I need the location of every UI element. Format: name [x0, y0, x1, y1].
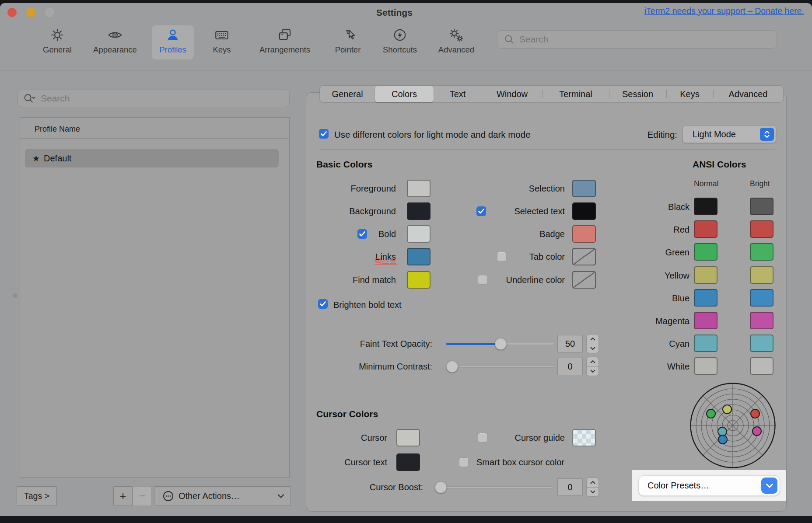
min-contrast-knob[interactable] [446, 361, 458, 373]
cursor-boost-stepper[interactable] [586, 478, 599, 497]
selection-swatch[interactable] [572, 180, 596, 197]
tab-keys[interactable]: Keys [666, 86, 713, 102]
profile-search[interactable] [18, 90, 290, 107]
toolbar-search-input[interactable] [518, 34, 743, 45]
close-button[interactable] [7, 8, 17, 17]
add-profile-button[interactable]: + [113, 486, 133, 506]
find-match-swatch[interactable] [407, 271, 430, 289]
ansi-white-normal-swatch[interactable] [694, 357, 718, 375]
tab-session[interactable]: Session [609, 86, 666, 102]
stepper-down-icon[interactable] [587, 367, 598, 376]
ansi-green-bright-swatch[interactable] [750, 243, 774, 261]
cursor-guide-swatch[interactable] [572, 429, 596, 446]
ansi-blue-bright-swatch[interactable] [750, 289, 774, 307]
selected-text-checkbox[interactable] [476, 206, 486, 216]
ansi-black-bright-swatch[interactable] [750, 198, 774, 215]
faint-opacity-value[interactable]: 50 [557, 335, 583, 352]
ansi-red-normal-swatch[interactable] [694, 220, 718, 238]
light-dark-mode-checkbox[interactable] [319, 129, 329, 139]
selected-text-swatch[interactable] [572, 202, 596, 220]
search-scope-icon [23, 92, 36, 105]
underline-color-checkbox[interactable] [478, 275, 487, 285]
tab-colors[interactable]: Colors [375, 86, 434, 102]
chevron-down-icon[interactable] [761, 478, 777, 494]
ansi-white-bright-swatch[interactable] [750, 357, 774, 375]
toolbar-item-keys[interactable]: Keys [206, 25, 238, 59]
wheel-dot-yellow[interactable] [722, 404, 732, 414]
zoom-button[interactable] [45, 8, 54, 17]
underline-color-swatch[interactable] [572, 271, 596, 289]
tab-window[interactable]: Window [482, 86, 542, 102]
stepper-up-icon[interactable] [587, 357, 598, 367]
ansi-cyan-normal-swatch[interactable] [694, 335, 718, 352]
cursor-swatch[interactable] [396, 429, 420, 446]
selection-label: Selection [438, 184, 565, 193]
bold-swatch[interactable] [407, 225, 430, 243]
ansi-black-normal-swatch[interactable] [694, 198, 718, 215]
tab-general[interactable]: General [320, 86, 375, 102]
section-divider [320, 149, 775, 150]
profile-search-input[interactable] [40, 93, 259, 104]
windows-icon [276, 25, 293, 45]
stepper-up-icon[interactable] [587, 335, 598, 344]
editing-mode-popup[interactable]: Light Mode [682, 126, 776, 143]
tab-advanced[interactable]: Advanced [713, 86, 783, 102]
ansi-cyan-bright-swatch[interactable] [750, 335, 774, 352]
toolbar-search[interactable] [497, 30, 777, 49]
badge-swatch[interactable] [572, 225, 596, 243]
profile-row-default[interactable]: ★ Default [25, 149, 279, 167]
cursor-boost-knob[interactable] [435, 481, 447, 493]
stepper-down-icon[interactable] [587, 344, 598, 353]
tab-terminal[interactable]: Terminal [542, 86, 609, 102]
other-actions-dropdown[interactable]: Other Actions… [154, 486, 291, 506]
links-swatch[interactable] [407, 248, 430, 265]
foreground-swatch[interactable] [407, 180, 430, 197]
ansi-label-green: Green [621, 248, 690, 257]
min-contrast-slider[interactable] [446, 366, 555, 368]
toolbar-item-advanced[interactable]: Advanced [433, 25, 480, 59]
ansi-green-normal-swatch[interactable] [694, 243, 718, 261]
smart-box-checkbox[interactable] [459, 457, 469, 467]
min-contrast-stepper[interactable] [586, 357, 599, 376]
wheel-dot-magenta[interactable] [752, 426, 762, 436]
tab-color-swatch[interactable] [572, 248, 596, 265]
faint-opacity-knob[interactable] [495, 338, 507, 350]
tab-text[interactable]: Text [434, 86, 482, 102]
cursor-boost-value[interactable]: 0 [557, 478, 583, 496]
wheel-dot-blue[interactable] [718, 435, 728, 444]
wheel-dot-red[interactable] [750, 409, 760, 418]
ansi-blue-normal-swatch[interactable] [694, 289, 718, 307]
toolbar-item-arrangements[interactable]: Arrangements [252, 25, 318, 59]
toolbar-label: Shortcuts [383, 45, 417, 55]
toolbar-item-general[interactable]: General [36, 25, 78, 59]
background-swatch[interactable] [407, 202, 430, 220]
toolbar-item-appearance[interactable]: Appearance [88, 25, 143, 59]
cursor-guide-checkbox[interactable] [478, 433, 487, 443]
toolbar-item-profiles[interactable]: Profiles [152, 25, 194, 59]
other-actions-label: Other Actions… [178, 491, 240, 501]
color-presets-dropdown[interactable]: Color Presets… [638, 475, 780, 496]
min-contrast-value[interactable]: 0 [557, 358, 583, 375]
color-wheel[interactable] [690, 383, 776, 468]
cursor-boost-slider[interactable] [435, 486, 554, 488]
faint-opacity-stepper[interactable] [586, 334, 599, 353]
remove-profile-button[interactable]: − [133, 486, 152, 506]
tags-button[interactable]: Tags > [17, 486, 57, 506]
donate-link[interactable]: iTerm2 needs your support – Donate here. [644, 6, 804, 16]
ansi-yellow-normal-swatch[interactable] [694, 266, 718, 284]
brighten-bold-checkbox[interactable] [318, 299, 328, 309]
stepper-down-icon[interactable] [587, 488, 598, 497]
ansi-magenta-bright-swatch[interactable] [750, 312, 774, 329]
tab-color-checkbox[interactable] [497, 252, 507, 262]
chevron-down-icon [277, 494, 284, 499]
ansi-yellow-bright-swatch[interactable] [750, 266, 774, 284]
ansi-red-bright-swatch[interactable] [750, 220, 774, 238]
toolbar-item-pointer[interactable]: Pointer [327, 25, 368, 59]
cursor-text-swatch[interactable] [396, 453, 420, 471]
wheel-dot-green[interactable] [706, 409, 716, 418]
minimize-button[interactable] [26, 8, 35, 17]
stepper-up-icon[interactable] [587, 478, 598, 488]
foreground-label: Foreground [306, 184, 396, 193]
ansi-magenta-normal-swatch[interactable] [694, 312, 718, 329]
toolbar-item-shortcuts[interactable]: Shortcuts [377, 25, 423, 59]
